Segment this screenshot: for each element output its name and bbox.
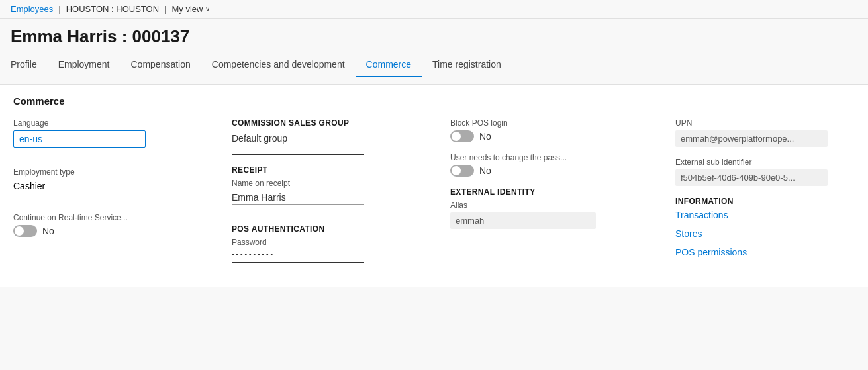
user-needs-label: User needs to change the pass... (450, 153, 655, 162)
breadcrumb-employees[interactable]: Employees (11, 4, 53, 14)
external-identity-label: EXTERNAL IDENTITY (450, 187, 655, 197)
tab-employment[interactable]: Employment (48, 52, 121, 77)
toggle-knob (15, 226, 24, 236)
commerce-section-title: Commerce (13, 95, 855, 107)
block-pos-toggle[interactable] (450, 130, 474, 142)
pos-auth-label: POS AUTHENTICATION (232, 224, 430, 234)
user-needs-knob (452, 166, 461, 175)
pos-permissions-link[interactable]: POS permissions (675, 247, 835, 257)
form-col-2: COMMISSION SALES GROUP Default group REC… (232, 118, 450, 273)
continue-toggle-text: No (42, 226, 54, 236)
transactions-link[interactable]: Transactions (675, 210, 835, 220)
form-col-4: UPN emmah@powerplatformope... External s… (675, 118, 855, 273)
form-grid: Language Employment type Continue on Rea… (13, 118, 855, 273)
user-needs-toggle[interactable] (450, 165, 474, 177)
password-divider (232, 262, 364, 263)
name-on-receipt-input[interactable] (232, 191, 364, 205)
top-bar: Employees | HOUSTON : HOUSTON | My view … (0, 0, 868, 19)
continue-label: Continue on Real-time Service... (13, 213, 212, 222)
block-pos-toggle-row: No (450, 130, 655, 142)
commerce-section: Commerce Language Employment type Contin… (0, 84, 868, 287)
commission-group-value: Default group (232, 132, 430, 145)
tab-profile[interactable]: Profile (11, 52, 48, 77)
upn-label: UPN (675, 118, 835, 128)
block-pos-knob (452, 132, 461, 141)
stores-link[interactable]: Stores (675, 228, 835, 239)
chevron-down-icon: ∨ (205, 5, 210, 13)
continue-toggle[interactable] (13, 225, 37, 237)
employment-type-field-group: Employment type (13, 167, 212, 203)
language-field-group: Language (13, 118, 212, 157)
employment-type-label: Employment type (13, 167, 212, 177)
commission-group-field: COMMISSION SALES GROUP Default group (232, 118, 430, 155)
tab-competencies[interactable]: Competencies and development (201, 52, 356, 77)
tab-time-registration[interactable]: Time registration (422, 52, 512, 77)
upn-value: emmah@powerplatformope... (675, 130, 828, 147)
password-dots: •••••••••• (232, 250, 430, 259)
alias-input (450, 212, 596, 229)
employment-type-input[interactable] (13, 179, 146, 193)
name-on-receipt-label: Name on receipt (232, 179, 430, 188)
receipt-field-group: RECEIPT Name on receipt (232, 165, 430, 214)
user-needs-field-group: User needs to change the pass... No (450, 153, 655, 177)
user-needs-toggle-text: No (479, 165, 491, 176)
upn-field-group: UPN emmah@powerplatformope... (675, 118, 835, 147)
commission-divider (232, 154, 364, 155)
alias-label: Alias (450, 201, 655, 210)
commission-group-label: COMMISSION SALES GROUP (232, 118, 430, 128)
language-input[interactable] (13, 130, 146, 148)
separator-1: | (58, 4, 60, 14)
password-label: Password (232, 238, 430, 247)
tab-bar: Profile Employment Compensation Competen… (0, 52, 868, 77)
ext-sub-value: f504b5ef-40d6-409b-90e0-5... (675, 169, 828, 186)
external-identity-field-group: EXTERNAL IDENTITY Alias (450, 187, 655, 229)
language-label: Language (13, 118, 212, 128)
page-title: Emma Harris : 000137 (0, 19, 868, 52)
form-col-3: Block POS login No User needs to change … (450, 118, 675, 273)
continue-field-group: Continue on Real-time Service... No (13, 213, 212, 237)
pos-auth-field-group: POS AUTHENTICATION Password •••••••••• (232, 224, 430, 263)
continue-toggle-row: No (13, 225, 212, 237)
information-field-group: INFORMATION Transactions Stores POS perm… (675, 197, 835, 257)
ext-sub-field-group: External sub identifier f504b5ef-40d6-40… (675, 158, 835, 186)
information-label: INFORMATION (675, 197, 835, 206)
tab-compensation[interactable]: Compensation (121, 52, 201, 77)
block-pos-toggle-text: No (479, 131, 491, 142)
separator-2: | (164, 4, 166, 14)
receipt-label: RECEIPT (232, 165, 430, 175)
my-view-label: My view (171, 4, 203, 14)
ext-sub-label: External sub identifier (675, 158, 835, 167)
my-view-dropdown[interactable]: My view ∨ (171, 4, 210, 14)
block-pos-label: Block POS login (450, 118, 655, 128)
block-pos-field-group: Block POS login No (450, 118, 655, 142)
user-needs-toggle-row: No (450, 165, 655, 177)
form-col-1: Language Employment type Continue on Rea… (13, 118, 232, 273)
tab-commerce[interactable]: Commerce (356, 52, 422, 77)
breadcrumb-location: HOUSTON : HOUSTON (66, 4, 159, 14)
